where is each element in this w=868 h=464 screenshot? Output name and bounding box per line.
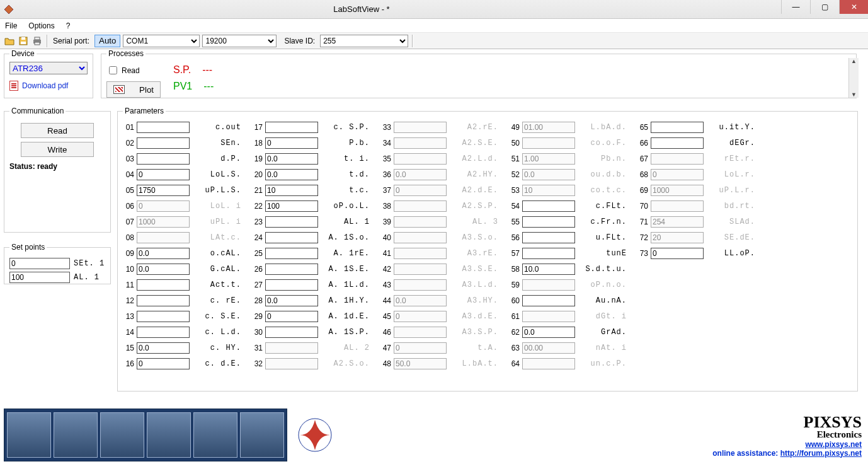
param-58-input[interactable]: [522, 264, 575, 275]
param-37-input[interactable]: [394, 185, 447, 196]
print-icon[interactable]: [31, 35, 43, 47]
param-04-input[interactable]: [137, 169, 190, 180]
param-20-input[interactable]: [265, 169, 318, 180]
save-icon[interactable]: [18, 35, 29, 47]
param-32-input[interactable]: [265, 358, 318, 369]
param-62-input[interactable]: [522, 327, 575, 338]
menu-help[interactable]: ?: [66, 21, 71, 30]
param-52-input[interactable]: [522, 169, 575, 180]
device-select[interactable]: ATR236: [9, 62, 88, 74]
param-38-input[interactable]: [394, 200, 447, 212]
param-12-input[interactable]: [137, 295, 190, 306]
param-11-input[interactable]: [137, 279, 190, 291]
write-button[interactable]: Write: [21, 142, 94, 157]
param-02-input[interactable]: [137, 137, 190, 149]
param-16-input[interactable]: [137, 358, 190, 369]
setpoint-2-input[interactable]: [9, 272, 70, 283]
param-68-input[interactable]: [651, 169, 704, 180]
processes-read-checkbox[interactable]: Read: [106, 64, 161, 76]
param-57-input[interactable]: [522, 248, 575, 259]
param-36-input[interactable]: [394, 169, 447, 180]
param-30-input[interactable]: [265, 327, 318, 338]
slave-id-select[interactable]: 255: [320, 35, 408, 47]
serial-port-select[interactable]: COM1: [123, 35, 200, 47]
setpoint-1-input[interactable]: [9, 258, 70, 269]
close-button[interactable]: ✕: [839, 0, 868, 14]
param-50-input[interactable]: [522, 137, 575, 149]
param-43-input[interactable]: [394, 279, 447, 291]
param-07-input[interactable]: [137, 216, 190, 228]
param-47-input[interactable]: [394, 342, 447, 354]
param-73-input[interactable]: [651, 248, 704, 259]
param-19-input[interactable]: [265, 153, 318, 165]
param-63-input[interactable]: [522, 342, 575, 354]
param-49-input[interactable]: [522, 122, 575, 133]
param-70-input[interactable]: [651, 200, 704, 212]
param-17-input[interactable]: [265, 122, 318, 133]
param-45-input[interactable]: [394, 311, 447, 322]
menu-options[interactable]: Options: [28, 21, 54, 30]
param-35-input[interactable]: [394, 153, 447, 165]
param-39-input[interactable]: [394, 216, 447, 228]
param-48-input[interactable]: [394, 358, 447, 369]
param-08-input[interactable]: [137, 232, 190, 243]
open-icon[interactable]: [4, 35, 15, 47]
param-21-input[interactable]: [265, 185, 318, 196]
param-28-input[interactable]: [265, 295, 318, 306]
param-42-input[interactable]: [394, 264, 447, 275]
param-34-input[interactable]: [394, 137, 447, 149]
processes-scrollbar[interactable]: ▲▼: [848, 58, 859, 98]
param-24-input[interactable]: [265, 232, 318, 243]
auto-button[interactable]: Auto: [94, 35, 120, 47]
param-06-input[interactable]: [137, 200, 190, 212]
param-23-input[interactable]: [265, 216, 318, 228]
assistance-link[interactable]: http://forum.pixsys.net: [780, 449, 862, 458]
param-41-input[interactable]: [394, 248, 447, 259]
param-53-input[interactable]: [522, 185, 575, 196]
param-09-input[interactable]: [137, 248, 190, 259]
website-link[interactable]: www.pixsys.net: [805, 440, 862, 449]
param-46-input[interactable]: [394, 327, 447, 338]
param-05-input[interactable]: [137, 185, 190, 196]
param-22-input[interactable]: [265, 200, 318, 212]
param-14-input[interactable]: [137, 327, 190, 338]
param-65-input[interactable]: [651, 122, 704, 133]
param-71-input[interactable]: [651, 216, 704, 228]
minimize-button[interactable]: —: [781, 0, 810, 14]
param-44-input[interactable]: [394, 295, 447, 306]
param-66-input[interactable]: [651, 137, 704, 149]
param-55-input[interactable]: [522, 216, 575, 228]
param-40-input[interactable]: [394, 232, 447, 243]
param-27-input[interactable]: [265, 279, 318, 291]
param-52-label: ou.d.b.: [578, 170, 627, 179]
param-number: 50: [508, 139, 520, 148]
param-67-input[interactable]: [651, 153, 704, 165]
param-15-input[interactable]: [137, 342, 190, 354]
param-18-input[interactable]: [265, 137, 318, 149]
param-54-input[interactable]: [522, 200, 575, 212]
param-25-input[interactable]: [265, 248, 318, 259]
maximize-button[interactable]: ▢: [810, 0, 839, 14]
param-56-input[interactable]: [522, 232, 575, 243]
param-10-input[interactable]: [137, 264, 190, 275]
plot-button[interactable]: Plot: [106, 81, 161, 98]
param-60-input[interactable]: [522, 295, 575, 306]
param-51-input[interactable]: [522, 153, 575, 165]
param-64-input[interactable]: [522, 358, 575, 369]
param-13-input[interactable]: [137, 311, 190, 322]
processes-read-input[interactable]: [109, 66, 117, 74]
param-59-input[interactable]: [522, 279, 575, 291]
menu-file[interactable]: File: [5, 21, 17, 30]
baud-select[interactable]: 19200: [202, 35, 277, 47]
param-03-input[interactable]: [137, 153, 190, 165]
param-29-input[interactable]: [265, 311, 318, 322]
param-69-input[interactable]: [651, 185, 704, 196]
read-button[interactable]: Read: [21, 123, 94, 138]
param-26-input[interactable]: [265, 264, 318, 275]
download-pdf-link[interactable]: Download pdf: [9, 81, 88, 91]
param-72-input[interactable]: [651, 232, 704, 243]
param-33-input[interactable]: [394, 122, 447, 133]
param-31-input[interactable]: [265, 342, 318, 354]
param-01-input[interactable]: [137, 122, 190, 133]
param-61-input[interactable]: [522, 311, 575, 322]
